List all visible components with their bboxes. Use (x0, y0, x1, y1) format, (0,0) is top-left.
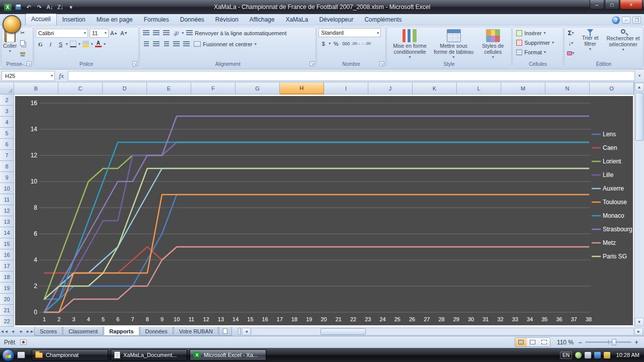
align-top-button[interactable] (141, 28, 151, 38)
column-header-F[interactable]: F (191, 82, 235, 95)
align-left-button[interactable] (141, 39, 151, 49)
office-button[interactable] (3, 15, 21, 34)
orientation-dropdown-arrow[interactable]: ▾ (182, 31, 184, 35)
row-header-6[interactable]: 6 (0, 139, 14, 150)
name-box[interactable]: H25 ▾ (2, 71, 55, 81)
row-header-9[interactable]: 9 (0, 172, 14, 183)
insert-function-button[interactable]: fx (55, 72, 68, 80)
zoom-slider[interactable]: – + (578, 339, 639, 346)
row-header-2[interactable]: 2 (0, 95, 14, 106)
previous-sheet-button[interactable]: ◄ (9, 327, 17, 336)
row-header-19[interactable]: 19 (0, 283, 14, 294)
column-header-J[interactable]: J (368, 82, 413, 95)
merge-center-button[interactable]: Fusionner et centrer ▾ (192, 39, 258, 49)
delete-cells-dropdown-arrow[interactable]: ▾ (552, 40, 554, 45)
format-as-table-dropdown-arrow[interactable]: ▾ (453, 55, 455, 60)
zoom-out-button[interactable]: – (578, 339, 583, 346)
fill-color-dropdown-arrow[interactable]: ▾ (91, 42, 93, 46)
font-name-select[interactable]: Calibri▾ (36, 29, 88, 38)
series-line-lille[interactable] (44, 142, 589, 312)
row-header-11[interactable]: 11 (0, 194, 14, 205)
clipboard-dialog-launcher[interactable]: ↘ (27, 61, 32, 66)
merge-center-dropdown-arrow[interactable]: ▾ (255, 42, 257, 46)
conditional-formatting-dropdown-arrow[interactable]: ▾ (409, 55, 411, 60)
sort-ascending-button[interactable]: A↓ (45, 3, 54, 12)
sheet-tab-scores[interactable]: Scores (34, 327, 62, 336)
row-header-16[interactable]: 16 (0, 249, 14, 260)
save-button[interactable] (14, 3, 23, 12)
ribbon-tab-mise-en-page[interactable]: Mise en page (91, 15, 138, 25)
legend-item-lens[interactable]: Lens (603, 131, 616, 138)
clear-button[interactable]: ▾ (566, 48, 576, 58)
orientation-button[interactable]: ab (172, 28, 181, 38)
font-dialog-launcher[interactable]: ↘ (132, 61, 137, 66)
number-dialog-launcher[interactable]: ↘ (379, 61, 384, 66)
fill-button[interactable]: ↓▾ (566, 38, 576, 48)
cell-styles-button[interactable]: Styles de cellules ▾ (476, 28, 510, 59)
autosum-button[interactable]: Σ▾ (566, 28, 576, 38)
vertical-scroll-thumb[interactable] (635, 93, 643, 141)
decrease-font-button[interactable]: A▼ (119, 28, 129, 38)
legend-item-paris-sg[interactable]: Paris SG (603, 253, 627, 260)
workbook-minimize-button[interactable]: – (622, 17, 630, 24)
row-header-20[interactable]: 20 (0, 294, 14, 305)
sheet-tab-classement[interactable]: Classement (63, 327, 103, 336)
borders-button[interactable] (68, 39, 78, 49)
sheet-tab-votre-ruban[interactable]: Votre RUBAN (174, 327, 218, 336)
scroll-down-arrow[interactable]: ▼ (635, 318, 644, 326)
delete-cells-button[interactable]: Supprimer ▾ (514, 38, 561, 47)
row-header-13[interactable]: 13 (0, 216, 14, 227)
wrap-text-button[interactable]: Renvoyer à la ligne automatiquement (184, 28, 288, 38)
row-header-8[interactable]: 8 (0, 161, 14, 172)
align-bottom-button[interactable] (162, 28, 171, 38)
number-format-select[interactable]: Standard▾ (318, 28, 381, 37)
series-line-toulouse[interactable] (44, 195, 589, 312)
language-indicator[interactable]: EN (560, 351, 572, 359)
sort-filter-dropdown-arrow[interactable]: ▾ (589, 47, 591, 52)
series-line-auxerre[interactable] (44, 168, 589, 312)
series-line-strasbourg[interactable] (44, 116, 589, 312)
column-header-L[interactable]: L (457, 82, 501, 95)
row-header-4[interactable]: 4 (0, 117, 14, 128)
ribbon-tab-accueil[interactable]: Accueil (25, 14, 57, 25)
insert-worksheet-button[interactable] (219, 327, 232, 336)
tray-icon[interactable] (604, 352, 610, 358)
increase-indent-button[interactable] (182, 39, 191, 49)
format-as-table-button[interactable]: Mettre sous forme de tableau ▾ (433, 28, 475, 59)
scroll-up-arrow[interactable]: ▲ (635, 83, 644, 92)
ribbon-tab-affichage[interactable]: Affichage (244, 15, 280, 25)
column-header-E[interactable]: E (147, 82, 191, 95)
row-header-7[interactable]: 7 (0, 150, 14, 161)
font-size-select[interactable]: 11▾ (90, 29, 109, 38)
last-sheet-button[interactable]: ►► (26, 327, 34, 336)
tray-icon[interactable] (594, 352, 601, 358)
align-right-button[interactable] (162, 39, 171, 49)
formula-input[interactable] (68, 71, 635, 81)
legend-item-lorient[interactable]: Lorient (603, 158, 621, 165)
row-header-15[interactable]: 15 (0, 238, 14, 249)
format-painter-button[interactable] (18, 48, 27, 58)
percent-format-button[interactable]: % (331, 39, 341, 48)
underline-dropdown-arrow[interactable]: ▾ (66, 42, 68, 46)
scroll-right-arrow[interactable]: ► (634, 328, 643, 335)
underline-button[interactable]: S (56, 39, 65, 49)
chart[interactable]: 0246810121416123456789101112131415161718… (15, 96, 633, 325)
page-layout-view-button[interactable] (527, 338, 538, 346)
find-select-button[interactable]: Rechercher et sélectionner ▾ (605, 28, 641, 59)
name-box-dropdown-arrow[interactable]: ▾ (49, 73, 54, 78)
column-header-O[interactable]: O (590, 82, 634, 95)
zoom-in-button[interactable]: + (634, 339, 639, 346)
sheet-tab-donnees[interactable]: Données (140, 327, 173, 336)
increase-decimal-button[interactable]: ,00→ (351, 39, 361, 48)
font-color-dropdown-arrow[interactable]: ▾ (104, 42, 106, 46)
workbook-restore-button[interactable]: ❒ (632, 17, 641, 24)
align-middle-button[interactable] (151, 28, 161, 38)
legend-item-strasbourg[interactable]: Strasbourg (603, 226, 632, 233)
series-line-lorient[interactable] (44, 142, 589, 299)
borders-dropdown-arrow[interactable]: ▾ (78, 42, 80, 46)
normal-view-button[interactable] (515, 338, 527, 346)
row-header-21[interactable]: 21 (0, 305, 14, 316)
ribbon-tab-donnees[interactable]: Données (175, 15, 210, 25)
column-header-M[interactable]: M (501, 82, 545, 95)
row-header-10[interactable]: 10 (0, 183, 14, 194)
